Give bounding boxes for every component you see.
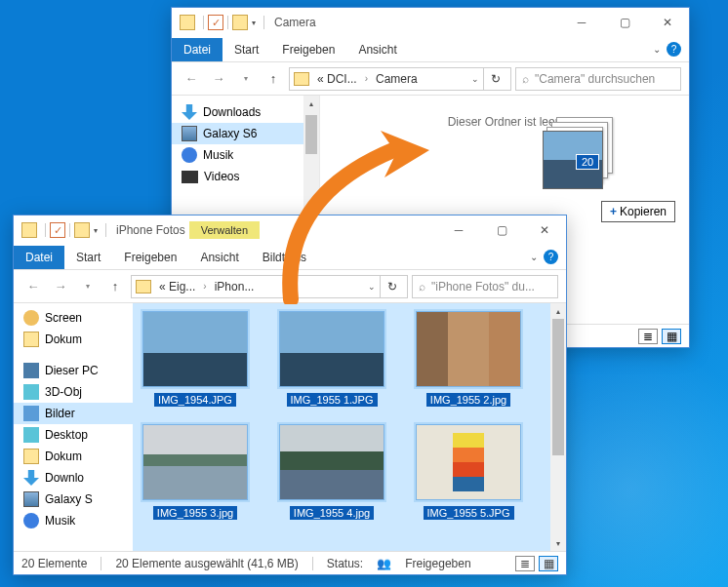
view-thumbnails-button[interactable]: ▦ [662, 329, 681, 344]
breadcrumb[interactable]: « DCI... [313, 72, 361, 86]
breadcrumb[interactable]: iPhon... [211, 280, 259, 294]
address-dropdown-icon[interactable]: ⌄ [364, 282, 380, 292]
tree-item-music[interactable]: Musik [172, 144, 319, 166]
folder-icon [180, 15, 195, 30]
drag-count-badge: 20 [576, 154, 599, 170]
window-title: Camera [274, 16, 316, 29]
address-bar[interactable]: « DCI... › Camera ⌄ ↻ [289, 67, 511, 91]
maximize-button[interactable]: ▢ [480, 215, 523, 245]
tab-share[interactable]: Freigeben [270, 38, 346, 61]
navigation-tree[interactable]: Screen​ Dokum​ Dieser PC 3D-Obj​ Bilder … [14, 303, 133, 551]
file-thumbnail[interactable]: IMG_1955 1.JPG [277, 311, 386, 407]
titlebar[interactable]: ✓ ▾ iPhone Fotos Verwalten ─ ▢ ✕ [14, 215, 566, 245]
pictures-icon [23, 406, 39, 421]
refresh-button[interactable]: ↻ [483, 68, 506, 90]
quick-access-check-icon[interactable]: ✓ [50, 222, 65, 238]
maximize-button[interactable]: ▢ [603, 8, 646, 37]
file-thumbnail[interactable]: IMG_1955 3.jpg [141, 424, 250, 520]
tree-item-this-pc[interactable]: Dieser PC [14, 360, 133, 381]
tree-item[interactable]: Dokum​ [14, 329, 133, 350]
tree-item[interactable]: Screen​ [14, 307, 133, 329]
scroll-down-icon[interactable]: ▾ [550, 535, 566, 551]
recent-dropdown-icon[interactable]: ▾ [234, 67, 258, 91]
tab-start[interactable]: Start [64, 246, 112, 269]
file-thumbnail[interactable]: IMG_1955 4.jpg [277, 424, 386, 520]
search-input[interactable]: ⌕ "iPhone Fotos" du... [412, 275, 558, 298]
folder-icon [294, 72, 309, 86]
scroll-thumb[interactable] [552, 319, 564, 455]
tree-item-bilder[interactable]: Bilder [14, 403, 133, 424]
address-bar[interactable]: « Eig... › iPhon... ⌄ ↻ [131, 275, 408, 298]
tab-view[interactable]: Ansicht [346, 38, 408, 61]
download-icon [23, 470, 39, 486]
back-button[interactable]: ← [180, 67, 203, 91]
ribbon-expand-icon[interactable]: ⌄ [653, 44, 661, 55]
tree-item-downloads[interactable]: Downloads [172, 101, 319, 123]
download-icon [182, 104, 197, 120]
file-thumbnail[interactable]: IMG_1955 5.JPG [414, 424, 523, 520]
chevron-right-icon[interactable]: › [361, 73, 372, 84]
quick-access-dropdown-icon[interactable]: ▾ [252, 19, 256, 27]
breadcrumb[interactable]: Camera [372, 72, 422, 86]
tab-file[interactable]: Datei [172, 38, 222, 61]
tab-share[interactable]: Freigeben [112, 246, 188, 269]
minimize-button[interactable]: ─ [560, 8, 603, 37]
tree-item[interactable]: Galaxy S​ [14, 489, 133, 510]
tree-item[interactable]: Dokum​ [14, 446, 133, 467]
up-button[interactable]: ↑ [103, 275, 127, 298]
back-button[interactable]: ← [21, 275, 45, 298]
window-title: iPhone Fotos [116, 223, 185, 237]
quick-access-folder-icon[interactable] [232, 15, 248, 30]
context-tab-manage[interactable]: Verwalten [189, 221, 260, 239]
breadcrumb[interactable]: « Eig... [155, 280, 199, 294]
tab-view[interactable]: Ansicht [188, 246, 250, 269]
view-thumbnails-button[interactable]: ▦ [539, 556, 558, 571]
scroll-up-icon[interactable]: ▴ [303, 96, 319, 111]
file-thumbnail[interactable]: IMG_1955 2.jpg [414, 311, 523, 407]
close-button[interactable]: ✕ [523, 215, 566, 245]
recent-dropdown-icon[interactable]: ▾ [76, 275, 100, 298]
forward-button[interactable]: → [207, 67, 230, 91]
scroll-thumb[interactable] [305, 115, 317, 154]
forward-button[interactable]: → [49, 275, 72, 298]
status-count: 20 Elemente [21, 557, 87, 570]
help-icon[interactable]: ? [544, 250, 558, 264]
view-details-button[interactable]: ≣ [515, 556, 535, 571]
address-dropdown-icon[interactable]: ⌄ [467, 74, 483, 84]
status-bar: 20 Elemente 20 Elemente ausgewählt (41,6… [14, 551, 566, 574]
phone-icon [23, 491, 39, 507]
file-thumbnail[interactable]: IMG_1954.JPG [141, 311, 250, 407]
scroll-up-icon[interactable]: ▴ [550, 303, 566, 319]
explorer-window-iphone-fotos: ✓ ▾ iPhone Fotos Verwalten ─ ▢ ✕ Datei S… [13, 215, 567, 575]
quick-access-check-icon[interactable]: ✓ [208, 15, 223, 30]
search-input[interactable]: ⌕ "Camera" durchsuchen [515, 67, 681, 91]
tab-bildtools[interactable]: Bildtools [251, 246, 318, 269]
minimize-button[interactable]: ─ [437, 215, 480, 245]
ribbon-expand-icon[interactable]: ⌄ [530, 252, 538, 262]
tree-item[interactable]: 3D-Obj​ [14, 381, 133, 403]
file-name: IMG_1954.JPG [154, 393, 236, 407]
tree-item-galaxy-s6[interactable]: Galaxy S6 [172, 123, 319, 144]
help-icon[interactable]: ? [667, 42, 681, 57]
pc-icon [23, 363, 39, 378]
tree-item[interactable]: Downlo​ [14, 467, 133, 489]
drag-preview: 20 [543, 113, 619, 191]
tab-file[interactable]: Datei [14, 246, 64, 269]
scrollbar[interactable]: ▴▾ [550, 303, 566, 551]
close-button[interactable]: ✕ [646, 8, 689, 37]
tree-item[interactable]: Desktop [14, 424, 133, 446]
tree-item[interactable]: Musik [14, 510, 133, 531]
refresh-button[interactable]: ↻ [380, 276, 403, 297]
shared-icon: 👥 [377, 557, 391, 570]
folder-content[interactable]: IMG_1954.JPG IMG_1955 1.JPG IMG_1955 2.j… [133, 303, 566, 551]
navigation-bar: ← → ▾ ↑ « DCI... › Camera ⌄ ↻ ⌕ "Camera"… [172, 62, 689, 96]
titlebar[interactable]: ✓ ▾ Camera ─ ▢ ✕ [172, 8, 689, 37]
quick-access-folder-icon[interactable] [74, 222, 90, 238]
tree-item-videos[interactable]: Videos [172, 166, 319, 187]
up-button[interactable]: ↑ [262, 67, 285, 91]
view-details-button[interactable]: ≣ [638, 329, 658, 344]
tab-start[interactable]: Start [222, 38, 270, 61]
copy-tooltip: +Kopieren [601, 201, 675, 222]
chevron-right-icon[interactable]: › [199, 281, 210, 292]
quick-access-dropdown-icon[interactable]: ▾ [94, 226, 98, 235]
